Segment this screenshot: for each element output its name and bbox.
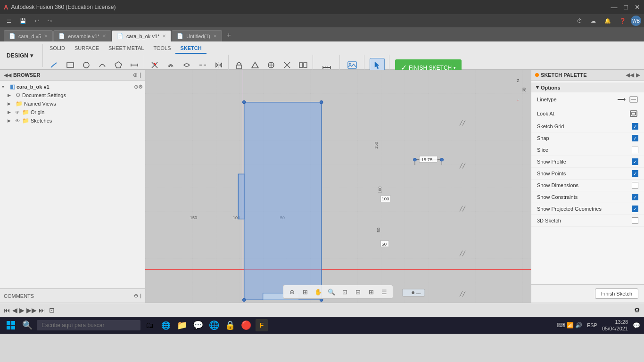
taskbar-search-input[interactable]: [37, 320, 140, 330]
redo-button[interactable]: ↪: [44, 16, 56, 25]
search-icon[interactable]: 🔍: [21, 319, 34, 332]
taskbar: 🔍 🗂 🌐 📁 💬 🌐 🔒 🔴 F ⌨ 📶 🔊 ESP 13:28 05/04/…: [0, 317, 644, 334]
status-last[interactable]: ⏭: [39, 306, 45, 314]
tab-sketch[interactable]: SKETCH: [175, 43, 206, 54]
toolbar-tabs: SOLID SURFACE SHEET METAL TOOLS SKETCH: [45, 43, 462, 54]
show-constraints-checkbox[interactable]: [632, 194, 638, 200]
chrome-icon[interactable]: 🌐: [207, 319, 221, 332]
browser-root-item[interactable]: ▾ ◧ cara_b_ok v1 ⊙ ⚙: [0, 82, 145, 91]
canvas-area[interactable]: 150 100 50 -150 -100 -50 ╱╱ ╱╱ ╱╱ ╱╱ ╱╱: [145, 70, 531, 303]
cloud-icon[interactable]: ☁: [587, 16, 600, 25]
settings-icon[interactable]: ⚙: [634, 306, 640, 314]
tab-sheet-metal[interactable]: SHEET METAL: [104, 43, 149, 54]
browser-pin-button[interactable]: |: [140, 72, 141, 78]
palette-orange-dot: [535, 73, 539, 77]
main-toolbar: DESIGN ▾ SOLID SURFACE SHEET METAL TOOLS…: [0, 41, 644, 70]
linetype-label: Linetype: [537, 97, 557, 102]
browser-item-sketches[interactable]: ▶ 👁 📁 Sketches: [0, 116, 145, 125]
status-next[interactable]: ▶▶: [26, 306, 37, 314]
navigate-icon[interactable]: ✋: [313, 286, 324, 297]
zoom-icon[interactable]: 🔍: [326, 286, 337, 297]
tab-close-untitled[interactable]: ✕: [213, 33, 217, 39]
fusion-icon[interactable]: 🔴: [239, 319, 253, 332]
user-icon[interactable]: WB: [631, 16, 641, 26]
store-icon[interactable]: 💬: [191, 319, 205, 332]
notification-icon[interactable]: 🔔: [601, 16, 615, 25]
tab-close-cara-b-ok[interactable]: ✕: [162, 33, 166, 39]
app-menu-button[interactable]: ☰: [3, 16, 15, 25]
explorer-icon[interactable]: 📁: [175, 319, 189, 332]
status-prev[interactable]: ◀: [12, 306, 17, 314]
browser-item-origin[interactable]: ▶ 👁 📁 Origin: [0, 108, 145, 116]
look-at-row: Look At: [531, 107, 644, 121]
save-button[interactable]: 💾: [16, 16, 30, 25]
tab-tools[interactable]: TOOLS: [149, 43, 175, 54]
tab-close-ensamble[interactable]: ✕: [102, 33, 106, 39]
view-cube[interactable]: Z RIGHT +: [493, 74, 526, 107]
status-timeline-icon[interactable]: ⊡: [49, 306, 55, 314]
edge-icon[interactable]: 🌐: [159, 319, 173, 332]
pan-icon[interactable]: ⊕: [286, 286, 297, 297]
look-at-label: Look At: [537, 111, 554, 116]
slice-checkbox[interactable]: [632, 147, 638, 153]
show-dimensions-checkbox[interactable]: [632, 182, 638, 189]
look-at-icon[interactable]: [629, 109, 638, 118]
design-workspace-button[interactable]: DESIGN ▾: [2, 50, 38, 61]
display-menu-icon[interactable]: ☰: [379, 286, 390, 297]
tab-icon: 📄: [117, 33, 124, 39]
show-projected-checkbox[interactable]: [632, 206, 638, 212]
jobs-icon[interactable]: ⏱: [573, 16, 586, 25]
doc-settings-icon: ⚙: [16, 92, 21, 99]
comments-bar: COMMENTS ⊕ |: [0, 288, 145, 303]
root-settings-icon[interactable]: ⚙: [138, 84, 143, 90]
origin-eye-icon[interactable]: 👁: [15, 110, 20, 115]
tab-cara-d[interactable]: 📄 cara_d v5 ✕: [4, 30, 53, 41]
palette-expand-right[interactable]: ▶: [636, 72, 640, 78]
root-visibility-icon[interactable]: ⊙: [134, 84, 138, 90]
show-points-checkbox[interactable]: [632, 170, 638, 177]
view-menu-icon[interactable]: ⊟: [352, 286, 363, 297]
new-tab-button[interactable]: +: [223, 30, 235, 41]
sketches-eye-icon[interactable]: 👁: [15, 118, 20, 123]
browser-item-doc-settings[interactable]: ▶ ⚙ Document Settings: [0, 91, 145, 99]
task-view-icon[interactable]: 🗂: [143, 319, 157, 332]
browser-item-named-views[interactable]: ▶ 📁 Named Views: [0, 99, 145, 108]
show-constraints-row: Show Constraints: [531, 191, 644, 203]
browser-collapse-icon[interactable]: ◀◀: [4, 72, 11, 78]
maximize-button[interactable]: □: [624, 3, 628, 11]
show-profile-checkbox[interactable]: [632, 158, 638, 165]
zoom-fit-icon[interactable]: ⊡: [339, 286, 350, 297]
grid: [145, 70, 531, 303]
browser-expand-button[interactable]: ⊕: [133, 72, 138, 78]
tab-untitled[interactable]: 📄 Untitled(1) ✕: [172, 30, 222, 41]
comments-add-icon[interactable]: ⊕: [134, 293, 138, 299]
orbit-icon[interactable]: ⊞: [299, 286, 311, 297]
grid-menu-icon[interactable]: ⊞: [365, 286, 377, 297]
help-icon[interactable]: ❓: [616, 16, 630, 25]
minimize-button[interactable]: —: [611, 3, 618, 11]
finish-sketch-palette-button[interactable]: Finish Sketch: [595, 288, 638, 299]
notification-area-icon[interactable]: 💬: [633, 322, 640, 329]
fusion-f-icon[interactable]: F: [256, 319, 268, 331]
options-header[interactable]: ▾ Options: [531, 82, 644, 92]
status-play[interactable]: ▶: [19, 306, 25, 314]
start-button[interactable]: [4, 318, 18, 332]
svg-rect-21: [299, 63, 303, 67]
sketch-grid-checkbox[interactable]: [632, 123, 638, 130]
status-play-back[interactable]: ⏮: [4, 306, 10, 314]
tab-close-cara-d[interactable]: ✕: [44, 33, 48, 39]
tab-surface[interactable]: SURFACE: [70, 43, 104, 54]
undo-button[interactable]: ↩: [31, 16, 43, 25]
palette-collapse-left[interactable]: ◀◀: [626, 72, 634, 78]
3d-sketch-checkbox[interactable]: [632, 217, 638, 224]
tab-solid[interactable]: SOLID: [45, 43, 70, 54]
linetype-solid-icon[interactable]: [617, 95, 626, 104]
linetype-construction-icon[interactable]: [629, 95, 638, 104]
close-button[interactable]: ✕: [635, 3, 640, 11]
snap-checkbox[interactable]: [632, 135, 638, 141]
tab-cara-b-ok[interactable]: 📄 cara_b_ok v1* ✕: [112, 30, 171, 41]
tab-ensamble[interactable]: 📄 ensamble v1* ✕: [53, 30, 111, 41]
vpn-icon[interactable]: 🔒: [223, 319, 237, 332]
comments-collapse-icon[interactable]: |: [140, 293, 141, 299]
design-arrow: ▾: [30, 52, 33, 59]
